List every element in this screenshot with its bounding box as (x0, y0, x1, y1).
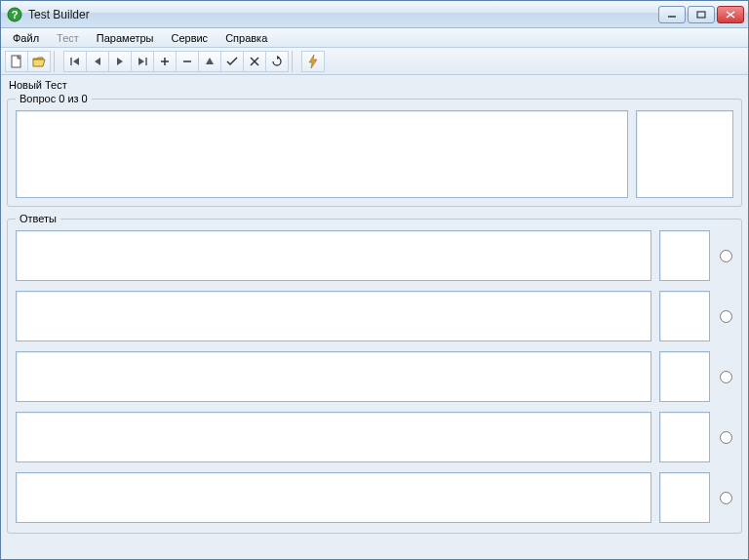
new-button[interactable] (5, 51, 28, 72)
svg-marker-9 (73, 58, 79, 65)
next-button[interactable] (108, 51, 132, 72)
close-button[interactable] (717, 6, 744, 23)
answer-correct-radio[interactable] (718, 250, 733, 262)
answer-image-box[interactable] (659, 351, 710, 402)
answer-row (16, 230, 733, 281)
answer-image-box[interactable] (659, 291, 710, 341)
answer-text-input[interactable] (16, 472, 651, 523)
content-area: Новый Тест Вопрос 0 из 0 Ответы (1, 75, 748, 559)
question-counter-label: Вопрос 0 из 0 (16, 93, 92, 104)
plus-icon (160, 57, 170, 66)
new-file-icon (10, 55, 23, 68)
answer-row (16, 472, 733, 523)
svg-marker-21 (309, 55, 317, 68)
answer-row (16, 291, 733, 341)
maximize-button[interactable] (688, 6, 715, 23)
last-icon (137, 57, 148, 66)
refresh-icon (271, 56, 283, 67)
svg-marker-12 (138, 58, 144, 65)
answer-correct-radio[interactable] (718, 492, 733, 504)
app-icon: ? (7, 7, 22, 22)
open-button[interactable] (27, 51, 51, 72)
menu-service[interactable]: Сервис (163, 30, 216, 46)
apply-button[interactable] (220, 51, 244, 72)
svg-text:?: ? (12, 9, 19, 20)
answers-group: Ответы (7, 213, 742, 534)
answer-image-box[interactable] (659, 472, 710, 523)
toolbar-separator (292, 51, 297, 72)
toolbar (1, 48, 748, 75)
up-button[interactable] (198, 51, 221, 72)
answers-label: Ответы (16, 213, 60, 224)
answer-image-box[interactable] (659, 230, 710, 281)
svg-marker-10 (95, 58, 100, 65)
svg-marker-17 (206, 58, 214, 64)
last-button[interactable] (131, 51, 154, 72)
answer-correct-radio[interactable] (718, 371, 733, 383)
titlebar[interactable]: ? Test Builder (1, 1, 748, 28)
menu-test[interactable]: Тест (49, 30, 87, 46)
menu-params[interactable]: Параметры (89, 30, 162, 46)
check-icon (226, 57, 238, 66)
add-button[interactable] (153, 51, 177, 72)
window-controls (658, 6, 744, 23)
new-test-label: Новый Тест (7, 77, 742, 91)
minimize-button[interactable] (658, 6, 686, 23)
first-button[interactable] (63, 51, 87, 72)
menu-file[interactable]: Файл (5, 30, 47, 46)
answer-text-input[interactable] (16, 412, 651, 462)
refresh-button[interactable] (265, 51, 289, 72)
menubar: Файл Тест Параметры Сервис Справка (1, 28, 748, 48)
remove-button[interactable] (176, 51, 199, 72)
question-group: Вопрос 0 из 0 (7, 93, 742, 207)
svg-rect-3 (697, 12, 705, 18)
up-icon (205, 57, 215, 66)
question-text-input[interactable] (16, 110, 628, 198)
next-icon (115, 57, 125, 66)
answer-row (16, 412, 733, 462)
run-button[interactable] (301, 51, 325, 72)
prev-button[interactable] (86, 51, 109, 72)
first-icon (69, 57, 81, 66)
minus-icon (182, 57, 192, 66)
answer-image-box[interactable] (659, 412, 710, 462)
answer-text-input[interactable] (16, 351, 651, 402)
app-window: ? Test Builder Файл Тест Параметры Серви… (0, 0, 749, 560)
cancel-button[interactable] (243, 51, 266, 72)
toolbar-separator (54, 51, 59, 72)
menu-help[interactable]: Справка (217, 30, 275, 46)
answer-row (16, 351, 733, 402)
svg-marker-11 (117, 58, 123, 65)
open-folder-icon (32, 55, 46, 68)
question-image-box[interactable] (636, 110, 733, 198)
lightning-icon (308, 55, 318, 68)
prev-icon (93, 57, 102, 66)
answer-correct-radio[interactable] (718, 310, 733, 323)
window-title: Test Builder (28, 8, 658, 21)
answer-correct-radio[interactable] (718, 431, 733, 444)
x-icon (250, 57, 259, 66)
answer-text-input[interactable] (16, 230, 651, 281)
answer-text-input[interactable] (16, 291, 651, 341)
